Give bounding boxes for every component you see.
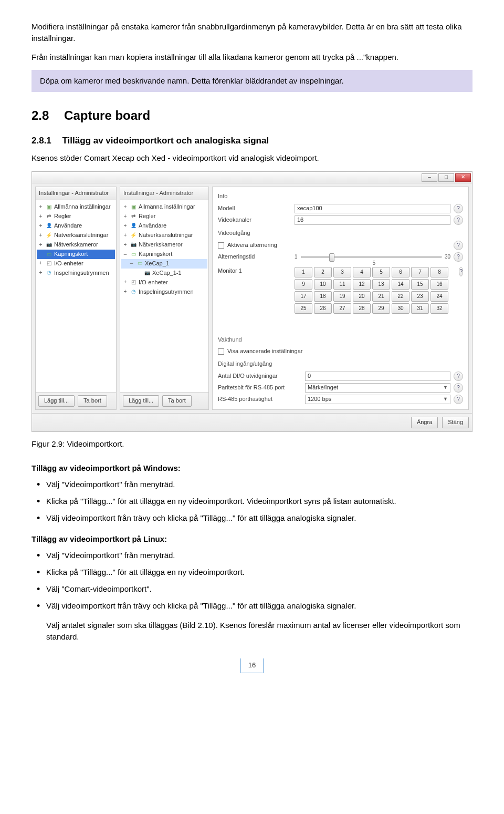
expand-icon[interactable]: + xyxy=(38,269,44,277)
tree-item[interactable]: +Användare xyxy=(121,221,207,231)
help-icon[interactable]: ? xyxy=(454,241,463,250)
expand-icon[interactable]: – xyxy=(129,260,134,267)
subsection-title: Tillägg av videoimportkort och analogisk… xyxy=(62,136,269,146)
enable-alternation-checkbox[interactable] xyxy=(218,242,224,249)
help-icon[interactable]: ? xyxy=(454,215,463,225)
alternation-time-slider[interactable]: 1 5 30 xyxy=(295,252,450,262)
callout-text: Döpa om kameror med beskrivande namn. De… xyxy=(40,76,344,85)
monitor-channel-button[interactable]: 32 xyxy=(430,303,448,314)
expand-icon[interactable]: – xyxy=(122,251,128,259)
tree-item[interactable]: +Allmänna inställningar xyxy=(37,202,115,212)
dio-count-field[interactable]: 0 xyxy=(305,372,450,381)
monitor-channel-button[interactable]: 17 xyxy=(295,291,312,302)
expand-icon[interactable]: + xyxy=(122,288,128,296)
tree-item[interactable]: +Allmänna inställningar xyxy=(121,202,207,212)
tree-item[interactable]: +Inspelningsutrymmen xyxy=(37,269,115,278)
tree-item[interactable]: +Nätverksanslutningar xyxy=(37,231,115,240)
tree-item[interactable]: +Nätverksanslutningar xyxy=(121,231,207,240)
expand-icon[interactable]: + xyxy=(38,222,44,230)
monitor-channel-button[interactable]: 10 xyxy=(314,279,332,290)
tree-item[interactable]: +Regler xyxy=(37,212,115,221)
tree-item[interactable]: XeCap_1-1 xyxy=(121,269,207,278)
monitor-channel-button[interactable]: 15 xyxy=(411,279,429,290)
tree-item-label: Kapningskort xyxy=(139,250,172,259)
expand-icon[interactable]: + xyxy=(38,241,44,249)
close-button[interactable]: ✕ xyxy=(455,173,471,182)
monitor-channel-button[interactable]: 29 xyxy=(372,303,390,314)
monitor-channel-button[interactable]: 9 xyxy=(295,279,312,290)
tree-item[interactable]: +Nätverkskameror xyxy=(37,240,115,250)
monitor-channel-button[interactable]: 27 xyxy=(333,303,351,314)
tree-item-label: Allmänna inställningar xyxy=(54,203,111,211)
tree-item[interactable]: +Nätverkskameror xyxy=(121,240,207,250)
add-button[interactable]: Lägg till... xyxy=(123,395,159,407)
expand-icon[interactable]: + xyxy=(38,213,44,221)
help-icon[interactable]: ? xyxy=(454,252,463,262)
monitor-channel-button[interactable]: 30 xyxy=(392,303,410,314)
expand-icon[interactable]: + xyxy=(38,203,44,211)
monitor-channel-button[interactable]: 3 xyxy=(333,267,351,277)
add-button[interactable]: Lägg till... xyxy=(38,395,75,407)
baud-label: RS-485 porthastighet xyxy=(218,395,302,404)
monitor-channel-button[interactable]: 2 xyxy=(314,267,332,277)
expand-icon[interactable]: + xyxy=(122,203,128,211)
monitor-channel-button[interactable]: 16 xyxy=(430,279,448,290)
baud-dropdown[interactable]: 1200 bps▼ xyxy=(305,395,450,404)
alternation-time-label: Alterneringstid xyxy=(218,253,291,261)
expand-icon[interactable]: + xyxy=(38,232,44,240)
expand-icon[interactable]: + xyxy=(122,232,128,240)
help-icon[interactable]: ? xyxy=(454,204,463,213)
expand-icon[interactable]: + xyxy=(122,279,128,286)
undo-button[interactable]: Ångra xyxy=(411,417,438,428)
parity-dropdown[interactable]: Märke/Inget▼ xyxy=(305,383,450,393)
monitor-channel-button[interactable]: 5 xyxy=(372,267,390,277)
settings-tree-1[interactable]: +Allmänna inställningar+Regler+Användare… xyxy=(36,200,116,392)
monitor-channel-button[interactable]: 20 xyxy=(353,291,371,302)
show-advanced-checkbox[interactable] xyxy=(218,348,224,355)
monitor-channel-button[interactable]: 23 xyxy=(411,291,429,302)
monitor-channel-button[interactable]: 28 xyxy=(353,303,371,314)
help-icon[interactable]: ? xyxy=(459,267,463,276)
tree-item[interactable]: +Regler xyxy=(121,212,207,221)
monitor-channel-button[interactable]: 13 xyxy=(372,279,390,290)
monitor-channel-button[interactable]: 1 xyxy=(295,267,312,277)
monitor-channel-button[interactable]: 7 xyxy=(411,267,429,277)
tree-item[interactable]: +Användare xyxy=(37,221,115,231)
monitor-channel-button[interactable]: 12 xyxy=(353,279,371,290)
tree-item[interactable]: +I/O-enheter xyxy=(37,259,115,269)
expand-icon[interactable]: + xyxy=(38,260,44,267)
tree-item-label: Regler xyxy=(139,212,155,221)
help-icon[interactable]: ? xyxy=(454,395,463,404)
expand-icon[interactable]: + xyxy=(122,241,128,249)
expand-icon[interactable]: + xyxy=(122,213,128,221)
monitor-channel-button[interactable]: 19 xyxy=(333,291,351,302)
tree-item[interactable]: –XeCap_1 xyxy=(121,259,207,269)
channels-field[interactable]: 16 xyxy=(295,215,450,225)
maximize-button[interactable]: □ xyxy=(438,173,454,182)
monitor-channel-button[interactable]: 6 xyxy=(392,267,410,277)
monitor-channel-button[interactable]: 22 xyxy=(392,291,410,302)
help-icon[interactable]: ? xyxy=(454,383,463,393)
monitor-channel-button[interactable]: 8 xyxy=(430,267,448,277)
tree-item[interactable]: +I/O-enheter xyxy=(121,278,207,287)
remove-button[interactable]: Ta bort xyxy=(78,395,107,407)
remove-button[interactable]: Ta bort xyxy=(162,395,192,407)
monitor-channel-button[interactable]: 18 xyxy=(314,291,332,302)
monitor-channel-button[interactable]: 25 xyxy=(295,303,312,314)
monitor-channel-button[interactable]: 21 xyxy=(372,291,390,302)
expand-icon[interactable]: + xyxy=(122,222,128,230)
monitor-channel-button[interactable]: 4 xyxy=(353,267,371,277)
tree-item[interactable]: Kapningskort xyxy=(37,250,115,259)
close-dialog-button[interactable]: Stäng xyxy=(442,417,469,428)
monitor-channel-button[interactable]: 24 xyxy=(430,291,448,302)
minimize-button[interactable]: – xyxy=(422,173,437,182)
monitor-channel-button[interactable]: 26 xyxy=(314,303,332,314)
model-field[interactable]: xecap100 xyxy=(295,204,450,213)
monitor-channel-button[interactable]: 11 xyxy=(333,279,351,290)
monitor-channel-button[interactable]: 31 xyxy=(411,303,429,314)
tree-item[interactable]: –Kapningskort xyxy=(121,250,207,259)
settings-tree-2[interactable]: +Allmänna inställningar+Regler+Användare… xyxy=(120,200,208,392)
monitor-channel-button[interactable]: 14 xyxy=(392,279,410,290)
tree-item[interactable]: +Inspelningsutrymmen xyxy=(121,287,207,297)
help-icon[interactable]: ? xyxy=(454,372,463,381)
